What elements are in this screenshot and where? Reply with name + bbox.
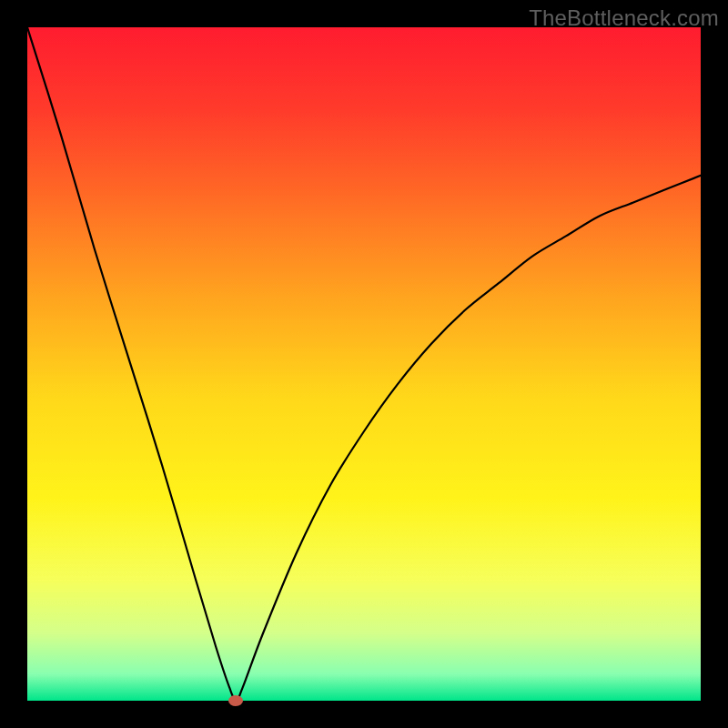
optimum-marker [228,695,243,706]
gradient-background [27,27,701,701]
plot-svg [27,27,701,701]
plot-area [27,27,701,701]
chart-frame: TheBottleneck.com [0,0,728,728]
